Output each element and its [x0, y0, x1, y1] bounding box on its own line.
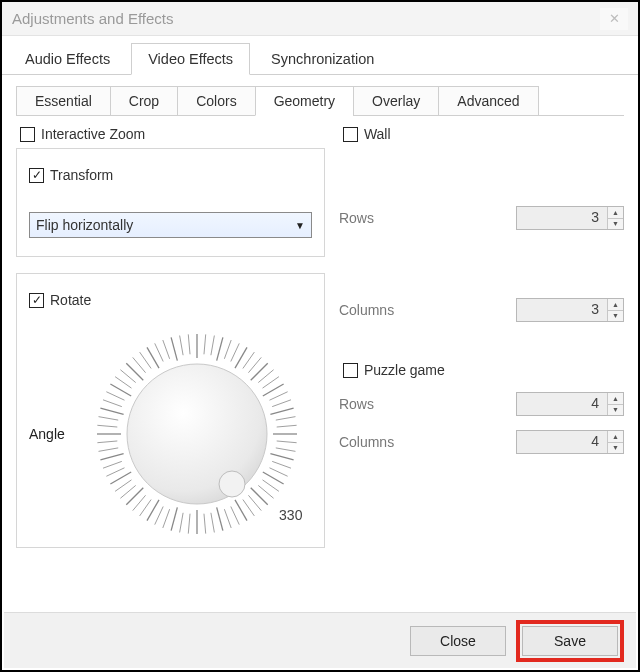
svg-line-56: [99, 417, 119, 420]
wall-label: Wall: [364, 126, 391, 142]
svg-line-5: [231, 343, 239, 361]
subtab-essential[interactable]: Essential: [16, 86, 110, 116]
svg-line-3: [217, 337, 223, 360]
svg-line-57: [101, 408, 124, 414]
save-button[interactable]: Save: [522, 626, 618, 656]
chevron-up-icon: ▲: [608, 431, 623, 443]
svg-line-47: [116, 480, 132, 491]
transform-combo[interactable]: Flip horizontally ▼: [29, 212, 312, 238]
transform-combo-value: Flip horizontally: [36, 217, 133, 233]
svg-line-59: [107, 392, 125, 400]
spinner-buttons[interactable]: ▲▼: [607, 299, 623, 321]
spinner-buttons[interactable]: ▲▼: [607, 431, 623, 453]
footer: Close Save: [4, 612, 636, 668]
chevron-down-icon: ▼: [295, 220, 305, 231]
svg-line-13: [270, 392, 288, 400]
angle-value: 330: [279, 507, 302, 523]
puzzle-checkbox[interactable]: [343, 363, 358, 378]
svg-line-31: [231, 507, 239, 525]
svg-line-9: [251, 363, 268, 380]
tab-audio-effects[interactable]: Audio Effects: [8, 43, 127, 75]
svg-line-34: [211, 513, 214, 533]
subtab-overlay[interactable]: Overlay: [353, 86, 438, 116]
window-title: Adjustments and Effects: [12, 2, 173, 36]
svg-line-16: [276, 417, 296, 420]
chevron-down-icon: ▼: [608, 405, 623, 416]
chevron-up-icon: ▲: [608, 393, 623, 405]
wall-columns-label: Columns: [339, 302, 394, 318]
svg-point-72: [127, 364, 267, 504]
svg-line-46: [121, 485, 136, 498]
subtab-geometry[interactable]: Geometry: [255, 86, 353, 116]
svg-line-40: [163, 509, 170, 528]
svg-line-39: [172, 507, 178, 530]
interactive-zoom-label: Interactive Zoom: [41, 126, 145, 142]
wall-rows-spinner[interactable]: 3 ▲▼: [516, 206, 624, 230]
subtab-advanced[interactable]: Advanced: [438, 86, 538, 116]
svg-line-17: [277, 425, 297, 427]
tabs-sub: Essential Crop Colors Geometry Overlay A…: [16, 85, 624, 116]
transform-checkbox[interactable]: [29, 168, 44, 183]
puzzle-label: Puzzle game: [364, 362, 445, 378]
titlebar: Adjustments and Effects ✕: [2, 2, 638, 36]
rotate-checkbox[interactable]: [29, 293, 44, 308]
subtab-colors[interactable]: Colors: [177, 86, 254, 116]
svg-line-15: [271, 408, 294, 414]
close-button[interactable]: Close: [410, 626, 506, 656]
transform-label: Transform: [50, 167, 113, 183]
transform-group: Transform Flip horizontally ▼: [16, 148, 325, 257]
interactive-zoom-checkbox[interactable]: [20, 127, 35, 142]
svg-line-14: [273, 400, 292, 407]
svg-line-44: [133, 495, 146, 510]
puzzle-columns-label: Columns: [339, 434, 394, 450]
svg-line-2: [211, 336, 214, 356]
svg-line-28: [249, 495, 262, 510]
svg-line-11: [263, 377, 279, 388]
puzzle-rows-spinner[interactable]: 4 ▲▼: [516, 392, 624, 416]
svg-line-10: [259, 370, 274, 383]
svg-line-68: [163, 340, 170, 359]
wall-rows-label: Rows: [339, 210, 374, 226]
svg-line-52: [99, 448, 119, 451]
svg-line-71: [189, 334, 191, 354]
angle-label: Angle: [29, 426, 73, 442]
svg-line-33: [217, 507, 223, 530]
subtab-crop[interactable]: Crop: [110, 86, 177, 116]
tab-video-effects[interactable]: Video Effects: [131, 43, 250, 75]
svg-line-27: [251, 488, 268, 505]
svg-line-29: [243, 500, 254, 516]
svg-line-70: [180, 336, 183, 356]
wall-checkbox[interactable]: [343, 127, 358, 142]
puzzle-rows-label: Rows: [339, 396, 374, 412]
svg-line-32: [225, 509, 232, 528]
chevron-down-icon: ▼: [608, 443, 623, 454]
svg-line-53: [98, 441, 118, 443]
svg-line-58: [103, 400, 122, 407]
svg-point-73: [219, 471, 245, 497]
svg-line-20: [276, 448, 296, 451]
svg-line-49: [107, 468, 125, 476]
wall-columns-spinner[interactable]: 3 ▲▼: [516, 298, 624, 322]
wall-columns-value: 3: [517, 299, 607, 321]
svg-line-8: [249, 357, 262, 372]
svg-line-63: [127, 363, 144, 380]
puzzle-columns-spinner[interactable]: 4 ▲▼: [516, 430, 624, 454]
svg-line-45: [127, 488, 144, 505]
wall-rows-value: 3: [517, 207, 607, 229]
svg-line-51: [101, 454, 124, 460]
spinner-buttons[interactable]: ▲▼: [607, 393, 623, 415]
svg-line-43: [140, 500, 151, 516]
close-icon[interactable]: ✕: [600, 8, 628, 30]
svg-line-26: [259, 485, 274, 498]
svg-line-69: [172, 337, 178, 360]
svg-line-41: [155, 507, 163, 525]
svg-line-4: [225, 340, 232, 359]
svg-line-62: [121, 370, 136, 383]
svg-line-1: [204, 334, 206, 354]
svg-line-65: [140, 352, 151, 368]
tab-synchronization[interactable]: Synchronization: [254, 43, 391, 75]
angle-dial[interactable]: 330: [92, 329, 302, 539]
svg-line-23: [270, 468, 288, 476]
content-area: Essential Crop Colors Geometry Overlay A…: [2, 75, 638, 628]
spinner-buttons[interactable]: ▲▼: [607, 207, 623, 229]
